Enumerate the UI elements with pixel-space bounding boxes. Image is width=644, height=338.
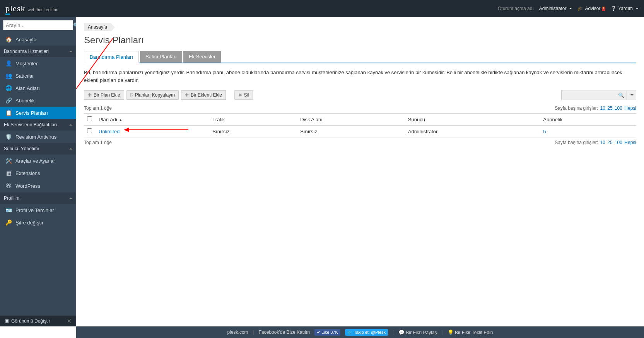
sidebar-search: 🔍: [0, 17, 76, 33]
sidebar-item-service-plans[interactable]: 📋Servis Planları: [0, 107, 76, 119]
plus-icon: ✚: [185, 92, 189, 98]
tabs: Barındırma Planları Satıcı Planları Ek S…: [84, 51, 636, 63]
graduation-icon: 🎓: [577, 6, 583, 11]
help-menu[interactable]: ❔Yardım: [611, 6, 639, 11]
pager-100[interactable]: 100: [615, 105, 622, 111]
sidebar-item-wordpress[interactable]: ⓦWordPress: [0, 179, 76, 192]
pager-100[interactable]: 100: [615, 140, 622, 145]
sidebar-item-home[interactable]: 🏠Anasayfa: [0, 33, 76, 46]
main-content: Anasayfa Servis Planları Barındırma Plan…: [76, 17, 644, 326]
sidebar-item-resellers[interactable]: 👥Satıcılar: [0, 70, 76, 82]
annotation-arrow: [123, 126, 192, 133]
caret-down-icon: [569, 8, 572, 9]
shield-icon: 🛡️: [5, 134, 12, 140]
search-dropdown[interactable]: [627, 90, 636, 100]
pager-bottom: Sayfa başına girişler: 10 25 100 Hepsi: [555, 140, 636, 145]
sidebar-item-extensions[interactable]: ▦Extensions: [0, 167, 76, 179]
panel-icon: ▣: [5, 318, 9, 324]
delete-icon: ✖: [238, 92, 242, 98]
page-description: Bu, barındırma planlarınızı yönettiğiniz…: [84, 69, 636, 84]
sidebar-item-password[interactable]: 🔑Şifre değiştir: [0, 216, 76, 229]
delete-button[interactable]: ✖Sil: [234, 90, 253, 100]
tab-hosting-plans[interactable]: Barındırma Planları: [84, 51, 139, 63]
cell-disk: Sınırsız: [297, 126, 405, 138]
search-icon[interactable]: 🔍: [73, 22, 76, 28]
add-plan-button[interactable]: ✚Bir Plan Ekle: [84, 90, 124, 100]
pager-all[interactable]: Hepsi: [624, 140, 636, 145]
alert-badge: !: [602, 7, 605, 11]
total-count-bottom: Toplam 1 öğe: [84, 140, 112, 145]
col-traffic[interactable]: Trafik: [209, 114, 297, 126]
sidebar-item-tools[interactable]: 🛠️Araçlar ve Ayarlar: [0, 155, 76, 167]
chevron-up-icon: [69, 197, 72, 199]
sort-asc-icon: ▲: [119, 118, 123, 122]
sidebar-item-domains[interactable]: 🌐Alan Adları: [0, 82, 76, 94]
top-bar: plesk web host edition Oturum açma adı A…: [0, 0, 644, 17]
table-row: Unlimited Sınırsız Sınırsız Administrato…: [84, 126, 636, 138]
pager-25[interactable]: 25: [607, 140, 612, 145]
link-icon: 🔗: [5, 97, 12, 104]
globe-icon: 🌐: [5, 85, 12, 91]
plans-table: Plan Adı ▲ Trafik Disk Alanı Sunucu Abon…: [84, 113, 636, 138]
chevron-up-icon: [69, 51, 72, 52]
sidebar-group-hosting[interactable]: Barındırma Hizmetleri: [0, 46, 76, 57]
sidebar-footer: ▣Görünümü Değiştir ✕: [0, 316, 76, 326]
sidebar-group-server[interactable]: Sunucu Yönetimi: [0, 143, 76, 155]
toolbar: ✚Bir Plan Ekle ⎘Planları Kopyalayın ✚Bir…: [84, 90, 636, 100]
total-count-top: Toplam 1 öğe: [84, 105, 112, 111]
cell-server: Administrator: [405, 126, 540, 138]
user-icon: 👤: [5, 60, 12, 66]
wordpress-icon: ⓦ: [5, 182, 12, 189]
user-menu[interactable]: Administrator: [539, 6, 572, 11]
pager-25[interactable]: 25: [607, 105, 612, 111]
table-search[interactable]: 🔍: [561, 90, 627, 100]
col-subscription[interactable]: Abonelik: [540, 114, 636, 126]
pager-all[interactable]: Hepsi: [624, 105, 636, 111]
chevron-up-icon: [69, 148, 72, 149]
copy-plans-button[interactable]: ⎘Planları Kopyalayın: [126, 90, 179, 100]
subscription-link[interactable]: 5: [543, 129, 546, 134]
sidebar-group-ext[interactable]: Ek Servislerin Bağlantıları: [0, 119, 76, 131]
tab-reseller-plans[interactable]: Satıcı Planları: [140, 51, 182, 63]
pager-10[interactable]: 10: [600, 140, 605, 145]
sidebar-item-subscriptions[interactable]: 🔗Abonelik: [0, 94, 76, 107]
col-server[interactable]: Sunucu: [405, 114, 540, 126]
search-icon: 🔍: [618, 92, 624, 98]
home-icon: 🏠: [5, 36, 12, 42]
cell-traffic: Sınırsız: [209, 126, 297, 138]
help-icon: ❔: [611, 6, 617, 11]
sidebar-item-prefs[interactable]: 🪪Profil ve Tercihler: [0, 204, 76, 216]
plan-name-link[interactable]: Unlimited: [99, 129, 120, 134]
key-icon: 🔑: [5, 219, 12, 226]
plus-icon: ✚: [88, 92, 92, 98]
caret-down-icon: [635, 8, 639, 9]
col-disk[interactable]: Disk Alanı: [297, 114, 405, 126]
sidebar-item-revisium[interactable]: 🛡️Revisium Antivirus: [0, 131, 76, 143]
tools-icon: 🛠️: [5, 158, 12, 164]
col-plan-name[interactable]: Plan Adı ▲: [96, 114, 209, 126]
pager-top: Sayfa başına girişler: 10 25 100 Hepsi: [555, 105, 636, 111]
select-all-checkbox[interactable]: [87, 116, 92, 121]
chevron-down-icon: [630, 94, 634, 96]
sidebar-group-profile[interactable]: Profilim: [0, 192, 76, 204]
sidebar-item-customers[interactable]: 👤Müşteriler: [0, 57, 76, 70]
row-checkbox[interactable]: [87, 128, 92, 133]
breadcrumb-home[interactable]: Anasayfa: [84, 23, 111, 31]
brand-edition: web host edition: [27, 7, 58, 12]
add-addon-button[interactable]: ✚Bir Eklenti Ekle: [181, 90, 226, 100]
tab-addon-services[interactable]: Ek Servisler: [183, 51, 221, 63]
sidebar: 🔍 🏠Anasayfa Barındırma Hizmetleri 👤Müşte…: [0, 17, 76, 326]
search-input[interactable]: [3, 22, 73, 28]
close-icon[interactable]: ✕: [67, 318, 72, 324]
id-icon: 🪪: [5, 207, 12, 213]
puzzle-icon: ▦: [5, 170, 12, 176]
page-title: Servis Planları: [84, 35, 636, 46]
brand-logo: plesk: [5, 3, 25, 14]
chevron-up-icon: [69, 124, 72, 126]
advisor-link[interactable]: 🎓Advisor!: [577, 6, 605, 11]
login-label: Oturum açma adı: [498, 6, 534, 11]
view-switch[interactable]: ▣Görünümü Değiştir: [5, 318, 50, 324]
pager-10[interactable]: 10: [600, 105, 605, 111]
copy-icon: ⎘: [130, 92, 133, 98]
brand[interactable]: plesk web host edition: [5, 3, 58, 14]
